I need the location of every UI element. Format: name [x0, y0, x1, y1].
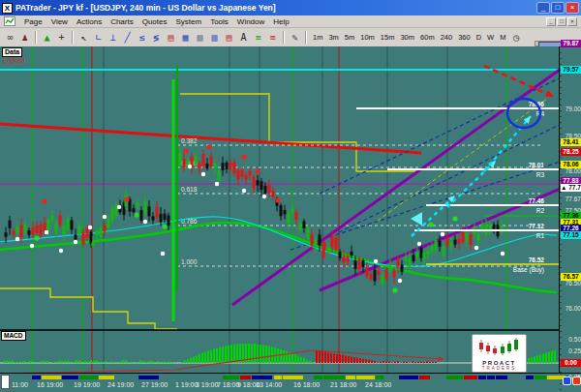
- timebar-red-button[interactable]: [572, 377, 581, 385]
- time-label: 1 19:00: [175, 381, 198, 388]
- timeframe-360[interactable]: 360: [455, 33, 474, 42]
- menu-window[interactable]: Window: [237, 17, 264, 26]
- white-signal-dot: [188, 165, 192, 168]
- restore-button[interactable]: □: [551, 2, 565, 14]
- locked-label: Locked: [3, 57, 25, 64]
- candle-body: [96, 230, 99, 235]
- data-label[interactable]: Data: [2, 47, 22, 57]
- candle-body: [9, 221, 12, 228]
- timeframe-60m[interactable]: 60m: [417, 33, 438, 42]
- timeframe-d[interactable]: D: [474, 33, 484, 42]
- time-axis[interactable]: 11:0016 19:0019 19:0024 19:0027 19:001 1…: [0, 374, 560, 392]
- channel-tool-icon[interactable]: ≤: [135, 30, 149, 45]
- list-green-icon[interactable]: ≡: [251, 30, 265, 45]
- session-segment: [223, 376, 239, 379]
- timeframe-10m[interactable]: 10m: [357, 33, 378, 42]
- timeframe-3m[interactable]: 3m: [325, 33, 341, 42]
- candle-body: [59, 216, 62, 226]
- bar-style-icon[interactable]: ▤: [164, 30, 178, 45]
- menu-system[interactable]: System: [175, 17, 201, 26]
- candle-style-icon[interactable]: ▦: [178, 30, 193, 45]
- candle-body: [466, 233, 469, 240]
- menu-charts[interactable]: Charts: [110, 17, 134, 26]
- crosshair-icon[interactable]: +: [54, 30, 69, 45]
- candle-body: [51, 216, 54, 221]
- timeframe-1m[interactable]: 1m: [310, 33, 325, 42]
- candle-body: [319, 234, 321, 245]
- close-button[interactable]: ×: [566, 2, 579, 14]
- vertical-line-tool-icon[interactable]: ⊥: [106, 30, 120, 45]
- pencil-icon[interactable]: ✎: [288, 30, 302, 45]
- candle-body: [299, 223, 302, 229]
- menu-view[interactable]: View: [51, 17, 68, 26]
- candle-body: [24, 225, 27, 230]
- time-label: 7 18:00: [217, 381, 239, 388]
- marker-icon[interactable]: ♟: [17, 30, 32, 45]
- price-tag: 78.41: [561, 138, 581, 146]
- candle-body: [450, 242, 453, 247]
- timeframe-w[interactable]: W: [484, 33, 497, 42]
- timeframe-m[interactable]: M: [497, 33, 508, 42]
- candle-body: [435, 240, 438, 251]
- fib-label: 1.000: [181, 258, 198, 265]
- list-red-icon[interactable]: ≡: [265, 30, 280, 45]
- trendline-tool-icon[interactable]: ∟: [91, 30, 106, 45]
- chart-canvas[interactable]: 0.3820.5000.6180.7861.00078.96R478.01R37…: [0, 46, 559, 373]
- session-segment: [62, 376, 78, 379]
- minimize-button[interactable]: _: [536, 2, 550, 14]
- mdi-close-button[interactable]: ×: [567, 17, 577, 26]
- white-signal-dot: [103, 215, 107, 219]
- histogram-style-icon[interactable]: ▤: [222, 30, 236, 45]
- level-name-label: R2: [536, 207, 545, 214]
- candle-body: [32, 227, 35, 235]
- timebar-marker: [1, 375, 10, 389]
- green-signal-dot: [162, 224, 167, 228]
- timeframe-30m[interactable]: 30m: [397, 33, 417, 42]
- candle-body: [260, 181, 263, 190]
- white-signal-dot: [501, 252, 505, 256]
- candle-body: [431, 246, 434, 251]
- mdi-minimize-button[interactable]: _: [546, 17, 556, 26]
- text-tool-icon[interactable]: A: [236, 30, 251, 45]
- candle-body: [477, 234, 480, 240]
- white-signal-dot: [201, 172, 205, 176]
- session-segment: [346, 376, 355, 379]
- candle-body: [44, 223, 46, 231]
- menu-page[interactable]: Page: [24, 17, 43, 26]
- menu-quotes[interactable]: Quotes: [142, 17, 168, 26]
- session-segment: [323, 376, 345, 379]
- menu-help[interactable]: Help: [273, 17, 289, 26]
- candle-body: [307, 228, 310, 240]
- timeframe-15m[interactable]: 15m: [378, 33, 398, 42]
- candle-body: [385, 270, 388, 278]
- area-style-icon[interactable]: ▧: [193, 30, 207, 45]
- timebar-blue-button[interactable]: [563, 377, 571, 385]
- fib-tool-icon[interactable]: ≶: [149, 30, 164, 45]
- mdi-restore-button[interactable]: □: [557, 17, 566, 26]
- menu-tools[interactable]: Tools: [210, 17, 229, 26]
- titlebar[interactable]: X PATrader - JPY kf - [USDJPY, 240 min -…: [0, 0, 581, 15]
- candle-body: [268, 185, 271, 194]
- price-tag: 77.15: [561, 231, 581, 239]
- clock-icon[interactable]: ◷: [508, 30, 523, 45]
- candle-body: [454, 240, 457, 245]
- candle-body: [393, 271, 396, 278]
- timeframe-240[interactable]: 240: [438, 33, 456, 42]
- candle-body: [315, 239, 318, 247]
- binoculars-icon[interactable]: ∞: [3, 30, 17, 45]
- cursor-icon[interactable]: ↖: [76, 30, 91, 45]
- macd-label: MACD: [1, 331, 26, 341]
- session-segment: [252, 376, 273, 379]
- menu-actions[interactable]: Actions: [76, 17, 102, 26]
- white-signal-dot: [117, 205, 121, 209]
- chart-icon[interactable]: ▲: [40, 30, 54, 45]
- line-style-icon[interactable]: ▥: [207, 30, 222, 45]
- green-signal-dot: [392, 287, 397, 292]
- candle-body: [358, 258, 361, 269]
- candle-body: [493, 225, 496, 229]
- price-tag: 0.00: [561, 359, 581, 367]
- white-signal-dot: [215, 182, 219, 186]
- timeframe-5m[interactable]: 5m: [342, 33, 357, 42]
- diagonal-line-tool-icon[interactable]: ╱: [120, 30, 135, 45]
- toolbar-separator: [35, 31, 37, 44]
